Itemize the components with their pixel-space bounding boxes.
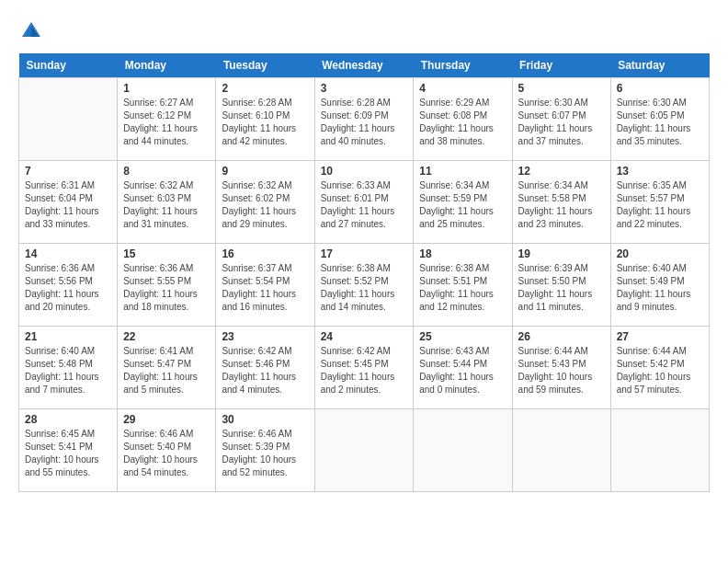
day-number: 5 [518, 82, 605, 95]
day-number: 29 [123, 413, 210, 426]
day-number: 20 [617, 247, 703, 260]
calendar-cell: 17Sunrise: 6:38 AM Sunset: 5:52 PM Dayli… [314, 244, 414, 327]
calendar-cell: 10Sunrise: 6:33 AM Sunset: 6:01 PM Dayli… [314, 161, 414, 244]
day-number: 25 [419, 330, 506, 343]
calendar-week-row: 28Sunrise: 6:45 AM Sunset: 5:41 PM Dayli… [19, 409, 710, 492]
day-info: Sunrise: 6:46 AM Sunset: 5:39 PM Dayligh… [222, 428, 308, 479]
day-info: Sunrise: 6:46 AM Sunset: 5:40 PM Dayligh… [123, 428, 210, 479]
day-info: Sunrise: 6:33 AM Sunset: 6:01 PM Dayligh… [321, 179, 408, 231]
calendar-cell: 13Sunrise: 6:35 AM Sunset: 5:57 PM Dayli… [610, 161, 709, 244]
calendar-cell: 8Sunrise: 6:32 AM Sunset: 6:03 PM Daylig… [118, 161, 216, 244]
calendar-cell: 6Sunrise: 6:30 AM Sunset: 6:05 PM Daylig… [610, 78, 709, 161]
calendar-cell: 7Sunrise: 6:31 AM Sunset: 6:04 PM Daylig… [19, 161, 118, 244]
day-info: Sunrise: 6:34 AM Sunset: 5:58 PM Dayligh… [518, 179, 605, 231]
day-number: 16 [222, 247, 308, 260]
logo-icon [18, 18, 44, 44]
day-number: 30 [222, 413, 308, 426]
day-number: 9 [222, 165, 308, 178]
calendar-cell: 2Sunrise: 6:28 AM Sunset: 6:10 PM Daylig… [216, 78, 314, 161]
weekday-header-thursday: Thursday [414, 53, 512, 78]
day-info: Sunrise: 6:44 AM Sunset: 5:43 PM Dayligh… [518, 345, 605, 396]
calendar-cell: 26Sunrise: 6:44 AM Sunset: 5:43 PM Dayli… [512, 327, 610, 409]
calendar-cell: 3Sunrise: 6:28 AM Sunset: 6:09 PM Daylig… [314, 78, 414, 161]
weekday-header-friday: Friday [512, 53, 610, 78]
weekday-header-monday: Monday [118, 53, 216, 78]
weekday-header-sunday: Sunday [19, 53, 118, 78]
calendar-cell: 4Sunrise: 6:29 AM Sunset: 6:08 PM Daylig… [414, 78, 512, 161]
day-info: Sunrise: 6:36 AM Sunset: 5:55 PM Dayligh… [123, 262, 210, 314]
day-info: Sunrise: 6:35 AM Sunset: 5:57 PM Dayligh… [617, 179, 703, 231]
calendar-cell: 20Sunrise: 6:40 AM Sunset: 5:49 PM Dayli… [610, 244, 709, 327]
day-info: Sunrise: 6:32 AM Sunset: 6:03 PM Dayligh… [123, 179, 210, 231]
day-number: 13 [617, 165, 703, 178]
calendar-week-row: 1Sunrise: 6:27 AM Sunset: 6:12 PM Daylig… [19, 78, 710, 161]
day-info: Sunrise: 6:38 AM Sunset: 5:52 PM Dayligh… [321, 262, 408, 314]
day-info: Sunrise: 6:32 AM Sunset: 6:02 PM Dayligh… [222, 179, 308, 231]
day-number: 26 [518, 330, 605, 343]
weekday-header-tuesday: Tuesday [216, 53, 314, 78]
day-number: 2 [222, 82, 308, 95]
day-number: 1 [123, 82, 210, 95]
day-number: 24 [321, 330, 408, 343]
day-info: Sunrise: 6:40 AM Sunset: 5:48 PM Dayligh… [25, 345, 111, 396]
weekday-header-row: SundayMondayTuesdayWednesdayThursdayFrid… [19, 53, 710, 78]
calendar-week-row: 21Sunrise: 6:40 AM Sunset: 5:48 PM Dayli… [19, 327, 710, 409]
day-info: Sunrise: 6:37 AM Sunset: 5:54 PM Dayligh… [222, 262, 308, 314]
day-number: 19 [518, 247, 605, 260]
day-info: Sunrise: 6:36 AM Sunset: 5:56 PM Dayligh… [25, 262, 111, 314]
day-info: Sunrise: 6:34 AM Sunset: 5:59 PM Dayligh… [419, 179, 506, 231]
calendar-cell: 22Sunrise: 6:41 AM Sunset: 5:47 PM Dayli… [118, 327, 216, 409]
calendar-cell: 28Sunrise: 6:45 AM Sunset: 5:41 PM Dayli… [19, 409, 118, 492]
day-number: 23 [222, 330, 308, 343]
day-info: Sunrise: 6:44 AM Sunset: 5:42 PM Dayligh… [617, 345, 703, 396]
weekday-header-saturday: Saturday [610, 53, 709, 78]
day-info: Sunrise: 6:27 AM Sunset: 6:12 PM Dayligh… [123, 97, 210, 148]
calendar-cell: 15Sunrise: 6:36 AM Sunset: 5:55 PM Dayli… [118, 244, 216, 327]
calendar-cell: 23Sunrise: 6:42 AM Sunset: 5:46 PM Dayli… [216, 327, 314, 409]
day-info: Sunrise: 6:45 AM Sunset: 5:41 PM Dayligh… [25, 428, 111, 479]
calendar-cell: 14Sunrise: 6:36 AM Sunset: 5:56 PM Dayli… [19, 244, 118, 327]
calendar-cell: 12Sunrise: 6:34 AM Sunset: 5:58 PM Dayli… [512, 161, 610, 244]
day-info: Sunrise: 6:43 AM Sunset: 5:44 PM Dayligh… [419, 345, 506, 396]
calendar-week-row: 7Sunrise: 6:31 AM Sunset: 6:04 PM Daylig… [19, 161, 710, 244]
day-info: Sunrise: 6:31 AM Sunset: 6:04 PM Dayligh… [25, 179, 111, 231]
day-number: 3 [321, 82, 408, 95]
day-info: Sunrise: 6:39 AM Sunset: 5:50 PM Dayligh… [518, 262, 605, 314]
calendar-cell: 19Sunrise: 6:39 AM Sunset: 5:50 PM Dayli… [512, 244, 610, 327]
day-info: Sunrise: 6:30 AM Sunset: 6:05 PM Dayligh… [617, 97, 703, 148]
calendar-cell [610, 409, 709, 492]
calendar-cell: 5Sunrise: 6:30 AM Sunset: 6:07 PM Daylig… [512, 78, 610, 161]
day-number: 7 [25, 165, 111, 178]
day-info: Sunrise: 6:40 AM Sunset: 5:49 PM Dayligh… [617, 262, 703, 314]
day-info: Sunrise: 6:42 AM Sunset: 5:45 PM Dayligh… [321, 345, 408, 396]
calendar-cell: 27Sunrise: 6:44 AM Sunset: 5:42 PM Dayli… [610, 327, 709, 409]
day-number: 22 [123, 330, 210, 343]
day-number: 11 [419, 165, 506, 178]
calendar-cell: 16Sunrise: 6:37 AM Sunset: 5:54 PM Dayli… [216, 244, 314, 327]
day-number: 10 [321, 165, 408, 178]
day-number: 18 [419, 247, 506, 260]
calendar-cell: 24Sunrise: 6:42 AM Sunset: 5:45 PM Dayli… [314, 327, 414, 409]
day-number: 15 [123, 247, 210, 260]
day-number: 6 [617, 82, 703, 95]
day-number: 28 [25, 413, 111, 426]
calendar-cell: 21Sunrise: 6:40 AM Sunset: 5:48 PM Dayli… [19, 327, 118, 409]
calendar-cell [314, 409, 414, 492]
calendar-cell: 1Sunrise: 6:27 AM Sunset: 6:12 PM Daylig… [118, 78, 216, 161]
page-header [18, 18, 710, 44]
day-number: 17 [321, 247, 408, 260]
day-number: 4 [419, 82, 506, 95]
day-info: Sunrise: 6:28 AM Sunset: 6:10 PM Dayligh… [222, 97, 308, 148]
calendar-week-row: 14Sunrise: 6:36 AM Sunset: 5:56 PM Dayli… [19, 244, 710, 327]
day-number: 8 [123, 165, 210, 178]
weekday-header-wednesday: Wednesday [314, 53, 414, 78]
calendar-cell: 9Sunrise: 6:32 AM Sunset: 6:02 PM Daylig… [216, 161, 314, 244]
day-info: Sunrise: 6:29 AM Sunset: 6:08 PM Dayligh… [419, 97, 506, 148]
calendar-cell [19, 78, 118, 161]
calendar-cell: 18Sunrise: 6:38 AM Sunset: 5:51 PM Dayli… [414, 244, 512, 327]
calendar-cell [512, 409, 610, 492]
day-number: 21 [25, 330, 111, 343]
day-number: 12 [518, 165, 605, 178]
calendar-cell: 29Sunrise: 6:46 AM Sunset: 5:40 PM Dayli… [118, 409, 216, 492]
calendar-table: SundayMondayTuesdayWednesdayThursdayFrid… [18, 53, 710, 492]
